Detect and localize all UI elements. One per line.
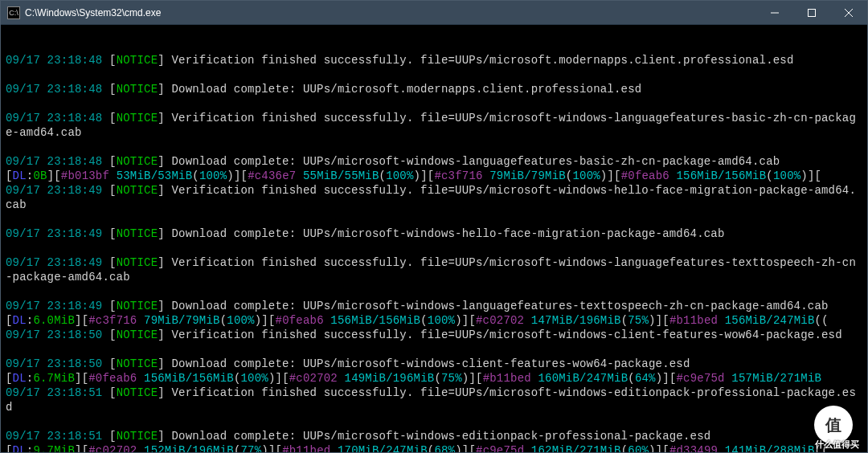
log-line: 09/17 23:18:49 [NOTICE] Download complet… (6, 299, 862, 313)
log-line: 09/17 23:18:51 [NOTICE] Verification fin… (6, 386, 862, 414)
blank-line (6, 67, 862, 82)
blank-line (6, 284, 862, 299)
log-line: 09/17 23:18:49 [NOTICE] Verification fin… (6, 183, 862, 212)
blank-line (6, 96, 862, 111)
log-line: 09/17 23:18:48 [NOTICE] Verification fin… (6, 111, 862, 140)
blank-line (6, 414, 862, 429)
cmd-window: C:\ C:\Windows\System32\cmd.exe 09/17 23… (0, 0, 868, 453)
watermark-sub: 什么值得买 (815, 439, 859, 451)
window-title: C:\Windows\System32\cmd.exe (25, 7, 756, 18)
blank-line (6, 342, 862, 357)
download-progress-line: [DL:0B][#b013bf 53MiB/53MiB(100%)][#c436… (6, 169, 862, 183)
blank-line (6, 140, 862, 154)
svg-rect-1 (809, 9, 816, 16)
log-line: 09/17 23:18:50 [NOTICE] Verification fin… (6, 328, 862, 342)
watermark-main: 值 (825, 414, 841, 436)
log-line: 09/17 23:18:49 [NOTICE] Verification fin… (6, 255, 862, 284)
log-line: 09/17 23:18:48 [NOTICE] Verification fin… (6, 53, 862, 67)
log-line: 09/17 23:18:51 [NOTICE] Download complet… (6, 429, 862, 443)
terminal-output[interactable]: 09/17 23:18:48 [NOTICE] Verification fin… (1, 25, 867, 452)
maximize-button[interactable] (793, 1, 830, 25)
download-progress-line: [DL:6.7MiB][#0feab6 156MiB/156MiB(100%)]… (6, 371, 862, 386)
titlebar[interactable]: C:\ C:\Windows\System32\cmd.exe (1, 1, 867, 25)
blank-line (6, 212, 862, 226)
log-line: 09/17 23:18:49 [NOTICE] Download complet… (6, 226, 862, 241)
blank-line (6, 241, 862, 255)
download-progress-line: [DL:9.7MiB][#c02702 152MiB/196MiB(77%)][… (6, 443, 862, 452)
close-button[interactable] (830, 1, 867, 25)
minimize-button[interactable] (756, 1, 793, 25)
app-icon: C:\ (7, 6, 20, 19)
log-line: 09/17 23:18:50 [NOTICE] Download complet… (6, 357, 862, 371)
download-progress-line: [DL:6.0MiB][#c3f716 79MiB/79MiB(100%)][#… (6, 313, 862, 328)
log-line: 09/17 23:18:48 [NOTICE] Download complet… (6, 154, 862, 169)
log-line: 09/17 23:18:48 [NOTICE] Download complet… (6, 82, 862, 96)
